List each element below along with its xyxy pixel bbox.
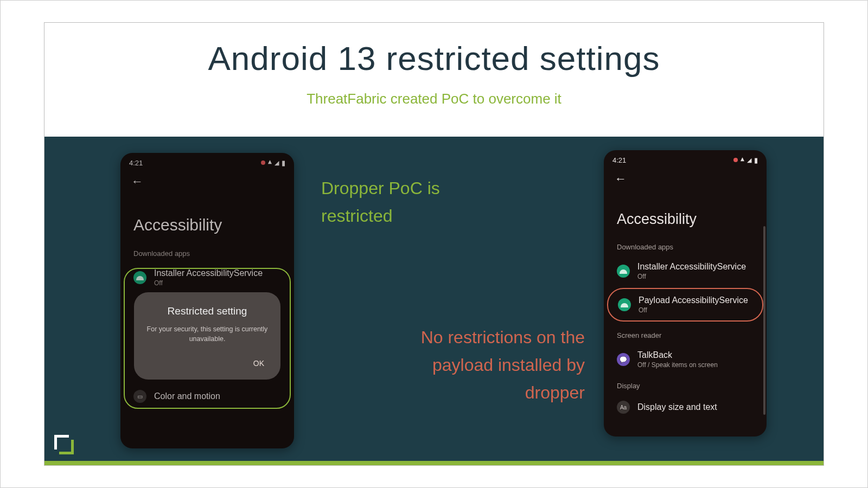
headline-text: Android 13 restricted settings [44,39,824,78]
caption-green: Dropper PoC is restricted [321,175,495,230]
app-title: Installer AccessibilityService [637,262,746,272]
app-title: Payload AccessibilityService [639,296,748,305]
phone-screenshot-left: 4:21 ← Accessibility Downloaded apps Ins… [120,153,294,448]
row-display-size[interactable]: Display size and text [604,395,767,419]
dialog-title: Restricted setting [145,305,270,317]
dialog-backdrop: Restricted setting For your security, th… [120,153,294,448]
dialog-ok-button[interactable]: OK [248,355,270,372]
content-area: 4:21 ← Accessibility Downloaded apps Ins… [44,131,824,465]
footer-accent-bar [44,461,824,465]
app-row-text: Installer AccessibilityService Off [637,262,746,280]
back-arrow-icon[interactable]: ← [604,168,767,190]
screen-title: Accessibility [604,190,767,240]
status-right-icons [733,156,758,164]
talkback-title: TalkBack [637,350,718,360]
status-bar: 4:21 [604,150,767,168]
battery-icon [754,156,758,164]
caption-red: No restrictions on the payload installed… [373,324,585,407]
app-subtitle: Off [639,306,748,314]
restricted-dialog: Restricted setting For your security, th… [134,292,280,380]
dialog-actions: OK [145,355,270,372]
display-size-label: Display size and text [637,402,717,412]
app-row-payload-highlighted[interactable]: Payload AccessibilityService Off [607,288,763,322]
section-label-downloaded: Downloaded apps [604,240,767,256]
talkback-subtitle: Off / Speak items on screen [637,361,718,369]
dialog-body: For your security, this setting is curre… [145,325,270,344]
app-icon [618,298,631,311]
display-size-icon [617,401,630,414]
subheadline-text: ThreatFabric created PoC to overcome it [44,91,824,107]
scrollbar-indicator [763,226,765,415]
slide-inner: Android 13 restricted settings ThreatFab… [44,22,824,466]
row-talkback[interactable]: TalkBack Off / Speak items on screen [604,345,767,374]
title-area: Android 13 restricted settings ThreatFab… [44,23,824,137]
app-row-text: Payload AccessibilityService Off [639,296,748,314]
threatfabric-logo [54,435,74,454]
wifi-icon [741,156,744,164]
app-subtitle: Off [637,273,746,280]
status-time: 4:21 [612,156,626,164]
recording-indicator-icon [733,158,738,162]
phone-screenshot-right: 4:21 ← Accessibility Downloaded apps Ins… [604,150,767,436]
app-icon [617,265,630,278]
section-label-display: Display [604,374,767,395]
slide-canvas: Android 13 restricted settings ThreatFab… [0,0,868,488]
signal-icon [747,157,751,164]
talkback-icon [617,353,630,366]
app-row-text: TalkBack Off / Speak items on screen [637,350,718,369]
app-row-installer[interactable]: Installer AccessibilityService Off [604,256,767,286]
section-label-screenreader: Screen reader [604,324,767,345]
